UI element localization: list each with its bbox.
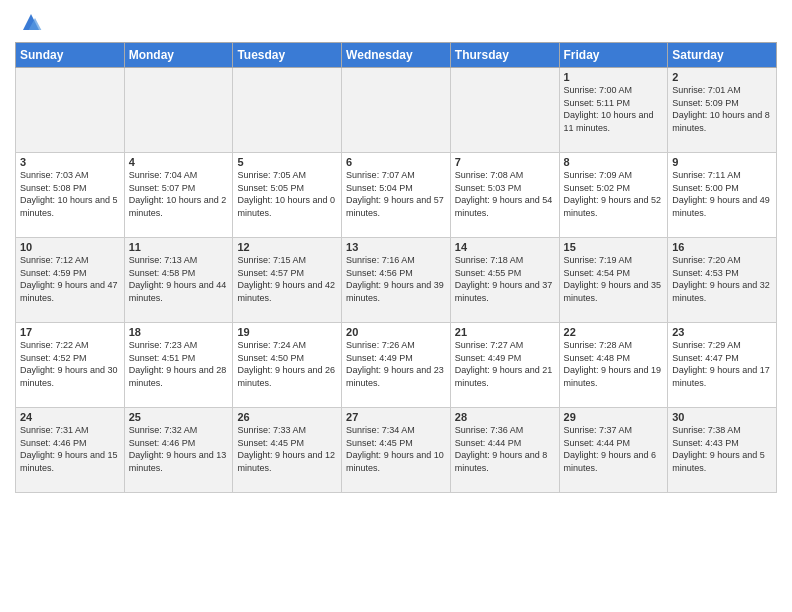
day-info: Sunrise: 7:12 AM Sunset: 4:59 PM Dayligh… bbox=[20, 254, 120, 304]
day-cell bbox=[450, 68, 559, 153]
day-cell: 29Sunrise: 7:37 AM Sunset: 4:44 PM Dayli… bbox=[559, 408, 668, 493]
weekday-header-tuesday: Tuesday bbox=[233, 43, 342, 68]
day-info: Sunrise: 7:20 AM Sunset: 4:53 PM Dayligh… bbox=[672, 254, 772, 304]
day-info: Sunrise: 7:18 AM Sunset: 4:55 PM Dayligh… bbox=[455, 254, 555, 304]
day-number: 18 bbox=[129, 326, 229, 338]
day-number: 20 bbox=[346, 326, 446, 338]
day-number: 5 bbox=[237, 156, 337, 168]
day-cell: 18Sunrise: 7:23 AM Sunset: 4:51 PM Dayli… bbox=[124, 323, 233, 408]
day-info: Sunrise: 7:13 AM Sunset: 4:58 PM Dayligh… bbox=[129, 254, 229, 304]
day-info: Sunrise: 7:11 AM Sunset: 5:00 PM Dayligh… bbox=[672, 169, 772, 219]
day-cell: 8Sunrise: 7:09 AM Sunset: 5:02 PM Daylig… bbox=[559, 153, 668, 238]
day-number: 15 bbox=[564, 241, 664, 253]
day-number: 9 bbox=[672, 156, 772, 168]
day-info: Sunrise: 7:31 AM Sunset: 4:46 PM Dayligh… bbox=[20, 424, 120, 474]
day-info: Sunrise: 7:32 AM Sunset: 4:46 PM Dayligh… bbox=[129, 424, 229, 474]
day-number: 25 bbox=[129, 411, 229, 423]
day-cell: 20Sunrise: 7:26 AM Sunset: 4:49 PM Dayli… bbox=[342, 323, 451, 408]
day-cell: 27Sunrise: 7:34 AM Sunset: 4:45 PM Dayli… bbox=[342, 408, 451, 493]
day-number: 10 bbox=[20, 241, 120, 253]
day-info: Sunrise: 7:36 AM Sunset: 4:44 PM Dayligh… bbox=[455, 424, 555, 474]
day-cell: 15Sunrise: 7:19 AM Sunset: 4:54 PM Dayli… bbox=[559, 238, 668, 323]
day-info: Sunrise: 7:29 AM Sunset: 4:47 PM Dayligh… bbox=[672, 339, 772, 389]
day-cell: 11Sunrise: 7:13 AM Sunset: 4:58 PM Dayli… bbox=[124, 238, 233, 323]
day-cell: 7Sunrise: 7:08 AM Sunset: 5:03 PM Daylig… bbox=[450, 153, 559, 238]
day-info: Sunrise: 7:05 AM Sunset: 5:05 PM Dayligh… bbox=[237, 169, 337, 219]
day-cell: 5Sunrise: 7:05 AM Sunset: 5:05 PM Daylig… bbox=[233, 153, 342, 238]
day-number: 28 bbox=[455, 411, 555, 423]
day-info: Sunrise: 7:08 AM Sunset: 5:03 PM Dayligh… bbox=[455, 169, 555, 219]
day-info: Sunrise: 7:07 AM Sunset: 5:04 PM Dayligh… bbox=[346, 169, 446, 219]
day-cell: 22Sunrise: 7:28 AM Sunset: 4:48 PM Dayli… bbox=[559, 323, 668, 408]
weekday-header-friday: Friday bbox=[559, 43, 668, 68]
day-info: Sunrise: 7:22 AM Sunset: 4:52 PM Dayligh… bbox=[20, 339, 120, 389]
day-cell: 25Sunrise: 7:32 AM Sunset: 4:46 PM Dayli… bbox=[124, 408, 233, 493]
day-number: 22 bbox=[564, 326, 664, 338]
logo-icon bbox=[19, 10, 43, 34]
day-number: 17 bbox=[20, 326, 120, 338]
day-info: Sunrise: 7:27 AM Sunset: 4:49 PM Dayligh… bbox=[455, 339, 555, 389]
day-info: Sunrise: 7:03 AM Sunset: 5:08 PM Dayligh… bbox=[20, 169, 120, 219]
day-number: 30 bbox=[672, 411, 772, 423]
day-cell: 13Sunrise: 7:16 AM Sunset: 4:56 PM Dayli… bbox=[342, 238, 451, 323]
weekday-header-thursday: Thursday bbox=[450, 43, 559, 68]
header-row bbox=[15, 10, 777, 34]
day-number: 11 bbox=[129, 241, 229, 253]
day-number: 21 bbox=[455, 326, 555, 338]
day-cell bbox=[233, 68, 342, 153]
weekday-header-monday: Monday bbox=[124, 43, 233, 68]
day-info: Sunrise: 7:09 AM Sunset: 5:02 PM Dayligh… bbox=[564, 169, 664, 219]
day-number: 1 bbox=[564, 71, 664, 83]
week-row-3: 10Sunrise: 7:12 AM Sunset: 4:59 PM Dayli… bbox=[16, 238, 777, 323]
day-info: Sunrise: 7:23 AM Sunset: 4:51 PM Dayligh… bbox=[129, 339, 229, 389]
day-cell: 26Sunrise: 7:33 AM Sunset: 4:45 PM Dayli… bbox=[233, 408, 342, 493]
week-row-4: 17Sunrise: 7:22 AM Sunset: 4:52 PM Dayli… bbox=[16, 323, 777, 408]
day-cell bbox=[342, 68, 451, 153]
day-number: 13 bbox=[346, 241, 446, 253]
day-cell bbox=[16, 68, 125, 153]
day-cell: 30Sunrise: 7:38 AM Sunset: 4:43 PM Dayli… bbox=[668, 408, 777, 493]
day-number: 4 bbox=[129, 156, 229, 168]
day-cell: 4Sunrise: 7:04 AM Sunset: 5:07 PM Daylig… bbox=[124, 153, 233, 238]
day-cell: 24Sunrise: 7:31 AM Sunset: 4:46 PM Dayli… bbox=[16, 408, 125, 493]
day-number: 26 bbox=[237, 411, 337, 423]
day-info: Sunrise: 7:28 AM Sunset: 4:48 PM Dayligh… bbox=[564, 339, 664, 389]
day-number: 23 bbox=[672, 326, 772, 338]
day-info: Sunrise: 7:26 AM Sunset: 4:49 PM Dayligh… bbox=[346, 339, 446, 389]
day-info: Sunrise: 7:24 AM Sunset: 4:50 PM Dayligh… bbox=[237, 339, 337, 389]
weekday-header-sunday: Sunday bbox=[16, 43, 125, 68]
day-cell: 19Sunrise: 7:24 AM Sunset: 4:50 PM Dayli… bbox=[233, 323, 342, 408]
day-info: Sunrise: 7:04 AM Sunset: 5:07 PM Dayligh… bbox=[129, 169, 229, 219]
day-number: 6 bbox=[346, 156, 446, 168]
weekday-header-saturday: Saturday bbox=[668, 43, 777, 68]
week-row-5: 24Sunrise: 7:31 AM Sunset: 4:46 PM Dayli… bbox=[16, 408, 777, 493]
day-number: 19 bbox=[237, 326, 337, 338]
day-cell: 28Sunrise: 7:36 AM Sunset: 4:44 PM Dayli… bbox=[450, 408, 559, 493]
day-cell: 9Sunrise: 7:11 AM Sunset: 5:00 PM Daylig… bbox=[668, 153, 777, 238]
day-cell: 3Sunrise: 7:03 AM Sunset: 5:08 PM Daylig… bbox=[16, 153, 125, 238]
day-number: 3 bbox=[20, 156, 120, 168]
day-info: Sunrise: 7:37 AM Sunset: 4:44 PM Dayligh… bbox=[564, 424, 664, 474]
day-info: Sunrise: 7:19 AM Sunset: 4:54 PM Dayligh… bbox=[564, 254, 664, 304]
day-info: Sunrise: 7:15 AM Sunset: 4:57 PM Dayligh… bbox=[237, 254, 337, 304]
day-info: Sunrise: 7:01 AM Sunset: 5:09 PM Dayligh… bbox=[672, 84, 772, 134]
weekday-header-row: SundayMondayTuesdayWednesdayThursdayFrid… bbox=[16, 43, 777, 68]
day-number: 27 bbox=[346, 411, 446, 423]
day-cell: 17Sunrise: 7:22 AM Sunset: 4:52 PM Dayli… bbox=[16, 323, 125, 408]
page: SundayMondayTuesdayWednesdayThursdayFrid… bbox=[0, 0, 792, 503]
week-row-2: 3Sunrise: 7:03 AM Sunset: 5:08 PM Daylig… bbox=[16, 153, 777, 238]
day-number: 24 bbox=[20, 411, 120, 423]
week-row-1: 1Sunrise: 7:00 AM Sunset: 5:11 PM Daylig… bbox=[16, 68, 777, 153]
day-cell: 23Sunrise: 7:29 AM Sunset: 4:47 PM Dayli… bbox=[668, 323, 777, 408]
day-info: Sunrise: 7:38 AM Sunset: 4:43 PM Dayligh… bbox=[672, 424, 772, 474]
day-info: Sunrise: 7:00 AM Sunset: 5:11 PM Dayligh… bbox=[564, 84, 664, 134]
day-number: 8 bbox=[564, 156, 664, 168]
day-info: Sunrise: 7:34 AM Sunset: 4:45 PM Dayligh… bbox=[346, 424, 446, 474]
day-cell: 16Sunrise: 7:20 AM Sunset: 4:53 PM Dayli… bbox=[668, 238, 777, 323]
day-number: 14 bbox=[455, 241, 555, 253]
day-cell: 14Sunrise: 7:18 AM Sunset: 4:55 PM Dayli… bbox=[450, 238, 559, 323]
logo bbox=[15, 10, 43, 34]
day-cell: 12Sunrise: 7:15 AM Sunset: 4:57 PM Dayli… bbox=[233, 238, 342, 323]
day-cell: 1Sunrise: 7:00 AM Sunset: 5:11 PM Daylig… bbox=[559, 68, 668, 153]
day-number: 12 bbox=[237, 241, 337, 253]
